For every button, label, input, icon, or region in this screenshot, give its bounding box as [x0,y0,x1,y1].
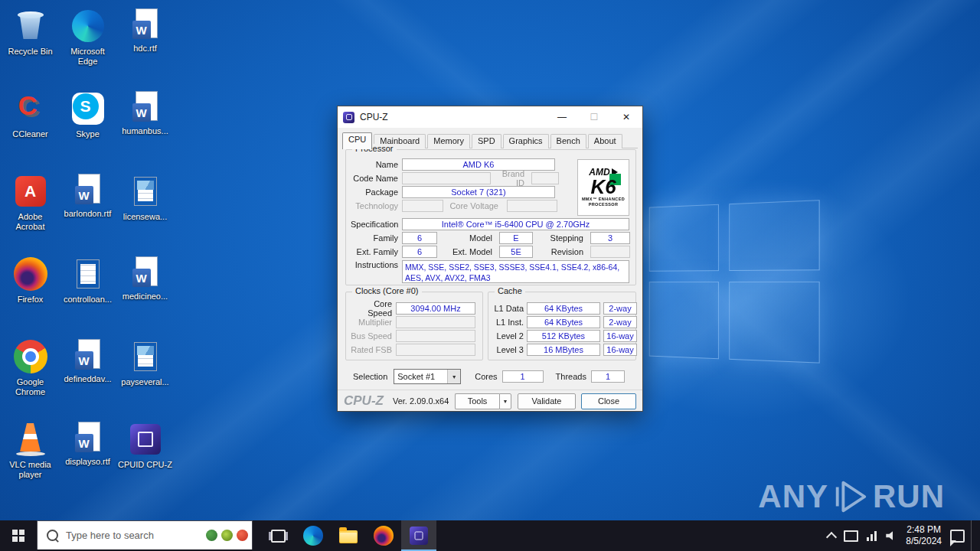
title-bar[interactable]: CPU-Z — ☐ ✕ [338,106,642,128]
window-logo-pane [729,200,819,271]
desktop-icon-hdc-rtf[interactable]: hdc.rtf [116,3,174,86]
desktop-icon-barlondon-rtf[interactable]: barlondon.rtf [59,168,116,251]
show-desktop-button[interactable] [971,520,975,551]
cpuz-icon [130,424,161,455]
desktop-icon-label: payseveral... [121,377,168,387]
taskbar-clock[interactable]: 2:48 PM 8/5/2024 [906,524,942,547]
desktop-icon-displayso-rtf[interactable]: displayso.rtf [59,416,116,499]
level3-label: Level 3 [492,345,527,354]
avocado-icon[interactable] [221,530,233,541]
desktop-icon-humanbus[interactable]: humanbus... [116,86,174,168]
search-icon [47,530,58,541]
taskbar-cpuz-button[interactable] [401,520,436,551]
start-button[interactable] [0,520,37,551]
anyrun-watermark-right: RUN [873,478,945,515]
desktop-icon-label: VLC media player [3,460,58,480]
desktop-icon-label: barlondon.rtf [64,209,112,219]
desktop-icon-controlloan[interactable]: controlloan... [59,251,116,334]
desktop-icon-label: hdc.rtf [133,44,157,54]
tab-bench[interactable]: Bench [550,134,586,148]
desktop-icon-label: controlloan... [64,295,112,305]
windows-logo-icon [12,530,24,542]
task-view-button[interactable] [260,520,296,551]
tray-network-icon[interactable] [867,531,877,541]
core-voltage-label: Core Voltage [449,201,502,210]
taskbar-search[interactable]: Type here to search [37,520,253,549]
tomato-icon[interactable] [237,530,248,541]
desktop-icon-label: CCleaner [12,129,47,139]
ext-family-label: Ext. Family [351,247,402,256]
tools-split-button[interactable]: Tools ▼ [455,393,511,409]
desktop-icon-label: Skype [76,129,100,139]
stepping-label: Stepping [537,233,587,243]
tab-cpu[interactable]: CPU [342,132,372,149]
file-explorer-icon [339,530,358,543]
desktop-icon-skype[interactable]: Skype [59,86,116,168]
desktop-icon-cpuid-cpuz[interactable]: CPUID CPU-Z [116,416,174,499]
desktop-icon-label: medicineo... [122,292,168,302]
tray-chevron-up-icon[interactable] [826,532,837,543]
code-name-field [402,172,491,184]
validate-button[interactable]: Validate [518,393,576,409]
rated-fsb-field [396,344,475,356]
desktop-icon-google-chrome[interactable]: Google Chrome [2,334,59,416]
system-tray: 2:48 PM 8/5/2024 [819,520,975,551]
taskbar-firefox-button[interactable] [366,520,401,551]
chevron-down-icon[interactable]: ▼ [447,370,460,383]
taskbar-apps [260,520,436,551]
tab-graphics[interactable]: Graphics [503,134,549,148]
cpuz-footer-logo: CPU-Z [344,393,384,409]
bus-speed-field [396,330,475,342]
tab-memory[interactable]: Memory [427,134,470,148]
close-window-button[interactable]: ✕ [610,106,642,128]
tray-display-icon[interactable] [844,530,858,542]
desktop-icon-microsoft-edge[interactable]: Microsoft Edge [59,3,116,86]
window-title: CPU-Z [360,112,388,122]
desktop-icon-label: licensewa... [123,212,167,222]
desktop-icon-label: Adobe Acrobat [3,212,58,232]
cpuz-window: CPU-Z — ☐ ✕ CPU Mainboard Memory SPD Gra… [337,106,643,412]
tab-about[interactable]: About [588,134,622,148]
desktop-icon-label: Google Chrome [3,377,58,397]
desktop-icon-recycle-bin[interactable]: Recycle Bin [2,3,59,86]
close-button[interactable]: Close [581,393,636,409]
desktop-icon-label: Firefox [18,295,44,305]
ccleaner-icon [12,90,49,127]
tools-button[interactable]: Tools [455,393,499,409]
desktop-icon-vlc[interactable]: VLC media player [2,416,59,499]
desktop-icon-licensewa[interactable]: licensewa... [116,168,174,251]
desktop-icon-defineddav[interactable]: defineddav... [59,334,116,416]
desktop-icon-firefox[interactable]: Firefox [2,251,59,334]
clock-time: 2:48 PM [906,524,942,536]
cpuz-icon [410,527,428,545]
tools-dropdown-arrow-icon[interactable]: ▼ [499,393,511,409]
anyrun-play-icon [831,478,870,516]
socket-select[interactable]: Socket #1 ▼ [394,369,461,384]
window-logo-pane [729,282,819,364]
tab-spd[interactable]: SPD [472,134,501,148]
maximize-button[interactable]: ☐ [578,106,610,128]
taskbar-edge-button[interactable] [296,520,331,551]
specification-field: Intel® Core™ i5-6400 CPU @ 2.70GHz [402,218,629,230]
word-document-icon [74,421,103,455]
technology-label: Technology [351,201,402,210]
package-field: Socket 7 (321) [402,186,555,198]
tray-volume-icon[interactable] [886,531,897,541]
rated-fsb-label: Rated FSB [349,345,396,354]
desktop-icon-medicineo[interactable]: medicineo... [116,251,174,334]
action-center-icon[interactable] [950,530,965,543]
taskbar-file-explorer-button[interactable] [331,520,366,551]
broccoli-icon[interactable] [206,530,217,541]
desktop-icon-adobe-acrobat[interactable]: Adobe Acrobat [2,168,59,251]
document-icon [134,177,157,206]
desktop-icon-label: Microsoft Edge [60,47,116,67]
l1-inst-size-field: 64 KBytes [527,316,600,328]
cpuz-app-icon [343,112,354,123]
word-document-icon [131,8,160,41]
windows-logo-panes [649,200,825,367]
edge-icon [303,526,323,546]
desktop-icon-payseveral[interactable]: payseveral... [116,334,174,416]
desktop-icon-ccleaner[interactable]: CCleaner [2,86,59,168]
acrobat-icon [15,176,46,207]
minimize-button[interactable]: — [546,106,578,128]
